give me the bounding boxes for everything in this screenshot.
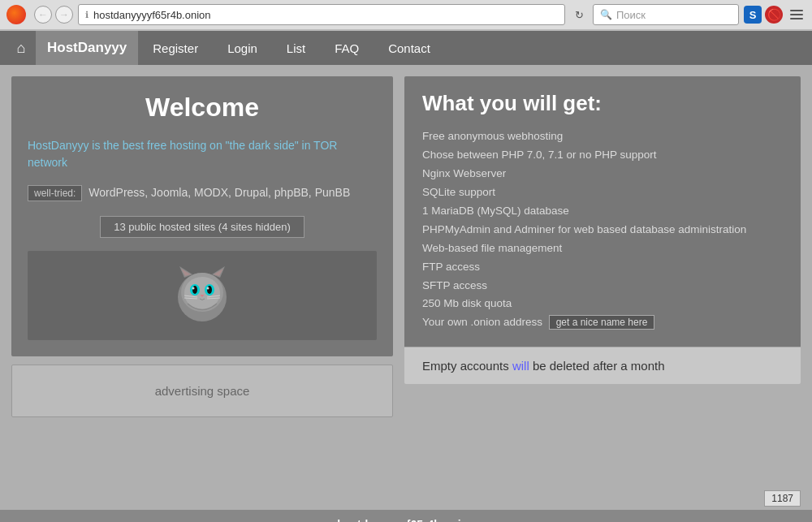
feature-item: 1 MariaDB (MySQL) database (422, 202, 783, 221)
empty-pre: Empty accounts (422, 359, 512, 373)
onion-label: Your own .onion address (422, 316, 542, 328)
svg-point-12 (207, 287, 209, 290)
page-footer: hostdanyyyyf65r4b.onion (0, 510, 812, 522)
feature-item: 250 Mb disk quota (422, 295, 783, 313)
well-tried-badge: well-tried: (28, 185, 82, 201)
onion-name-button[interactable]: get a nice name here (549, 315, 655, 330)
counter-box: 1187 (764, 490, 801, 507)
cat-image-box (28, 251, 377, 340)
empty-post: be deleted after a month (529, 359, 665, 373)
forward-button[interactable]: → (55, 6, 73, 24)
extension-icons: S 🚫 (744, 6, 783, 24)
svg-point-6 (184, 277, 220, 309)
well-tried-row: well-tried: WordPress, Joomla, MODX, Dru… (28, 184, 377, 201)
menu-button[interactable] (788, 6, 806, 24)
right-panel: What you will get: Free anonymous webhos… (404, 76, 801, 384)
svg-point-10 (207, 286, 212, 294)
page-content: Welcome HostDanyyy is the best free host… (0, 65, 812, 487)
feature-item: Web-based file management (422, 239, 783, 258)
hosted-sites-button[interactable]: 13 public hosted sites (4 sites hidden) (100, 216, 304, 238)
empty-accounts-notice: Empty accounts will be deleted after a m… (404, 347, 801, 384)
browser-toolbar: ← → ℹ hostdanyyyyf65r4b.onion ↻ 🔍 Поиск … (0, 0, 812, 30)
nav-register[interactable]: Register (138, 31, 213, 65)
feature-item: Free anonymous webhosting (422, 127, 783, 146)
search-bar[interactable]: 🔍 Поиск (593, 4, 739, 25)
nav-login[interactable]: Login (213, 31, 272, 65)
svg-point-9 (192, 286, 197, 294)
nav-faq[interactable]: FAQ (320, 31, 374, 65)
svg-point-11 (192, 287, 195, 290)
search-placeholder: Поиск (616, 9, 646, 21)
feature-item: Nginx Webserver (422, 165, 783, 183)
feature-item: PHPMyAdmin and Adminer for web based dat… (422, 221, 783, 239)
feature-item: SFTP access (422, 277, 783, 296)
will-text: will (512, 359, 529, 373)
back-button[interactable]: ← (34, 6, 52, 24)
welcome-description: HostDanyyy is the best free hosting on "… (28, 137, 377, 171)
advertising-box: advertising space (11, 365, 393, 417)
page-counter-area: 1187 (0, 487, 812, 510)
browser-chrome: ← → ℹ hostdanyyyyf65r4b.onion ↻ 🔍 Поиск … (0, 0, 812, 31)
nav-bar: ⌂ HostDanyyy Register Login List FAQ Con… (0, 31, 812, 65)
ext-r-icon[interactable]: 🚫 (765, 6, 783, 24)
features-box: What you will get: Free anonymous webhos… (404, 76, 801, 347)
brand-link[interactable]: HostDanyyy (36, 31, 138, 65)
nav-buttons: ← → (34, 6, 73, 24)
left-panel: Welcome HostDanyyy is the best free host… (11, 76, 393, 417)
feature-item: SQLite support (422, 183, 783, 202)
search-icon: 🔍 (600, 9, 612, 20)
feature-item: FTP access (422, 258, 783, 277)
feature-list: Free anonymous webhosting Chose between … (422, 127, 783, 332)
firefox-logo (6, 5, 26, 24)
nav-contact[interactable]: Contact (374, 31, 445, 65)
url-text: hostdanyyyyf65r4b.onion (93, 9, 211, 21)
refresh-button[interactable]: ↻ (570, 6, 588, 24)
ad-text: advertising space (155, 384, 250, 398)
welcome-title: Welcome (28, 93, 377, 123)
features-title: What you will get: (422, 91, 783, 116)
nav-list[interactable]: List (272, 31, 320, 65)
feature-item-onion: Your own .onion address get a nice name … (422, 313, 783, 332)
cat-avatar (170, 263, 235, 328)
welcome-box: Welcome HostDanyyy is the best free host… (11, 76, 393, 356)
ext-s-icon[interactable]: S (744, 6, 762, 24)
address-bar[interactable]: ℹ hostdanyyyyf65r4b.onion (78, 4, 565, 25)
info-icon: ℹ (85, 10, 89, 20)
home-button[interactable]: ⌂ (6, 33, 36, 63)
footer-text: hostdanyyyyf65r4b.onion (337, 518, 475, 522)
feature-item: Chose between PHP 7.0, 7.1 or no PHP sup… (422, 146, 783, 165)
well-tried-apps: WordPress, Joomla, MODX, Drupal, phpBB, … (89, 184, 350, 201)
